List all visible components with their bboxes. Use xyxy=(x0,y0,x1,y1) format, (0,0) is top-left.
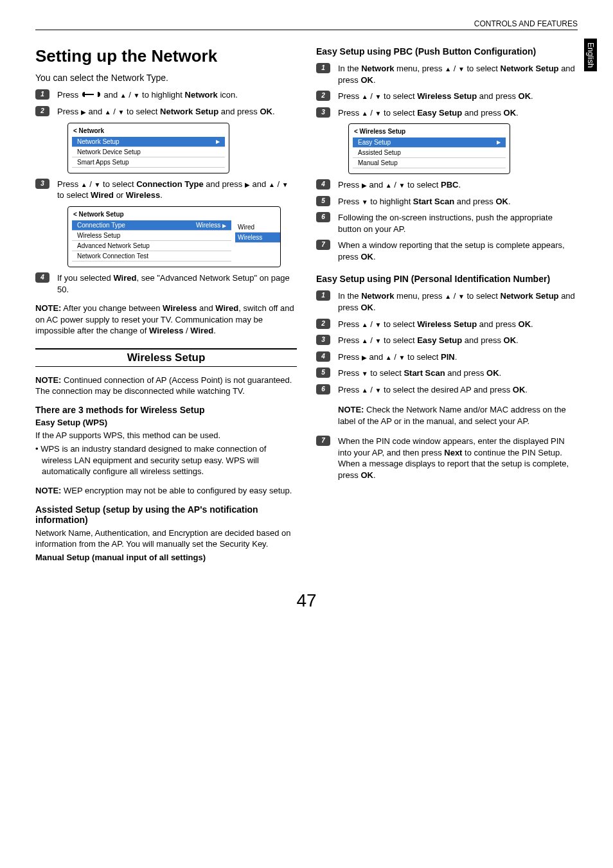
header-divider xyxy=(35,30,578,30)
down-arrow-icon xyxy=(94,179,101,189)
menu-row: Easy Setup▶ xyxy=(353,137,506,148)
menu-row: Wireless Setup xyxy=(72,231,231,241)
right-step: 1 In the Network menu, press / to select… xyxy=(316,290,578,313)
down-arrow-icon xyxy=(399,180,405,190)
down-arrow-icon xyxy=(375,335,382,345)
menu-title: < Network xyxy=(68,126,229,137)
left-step-1: 1 Press and / to highlight Network icon. xyxy=(35,89,297,101)
step-text: Following the on-screen instructions, pu… xyxy=(338,212,578,235)
step-badge: 3 xyxy=(316,335,330,345)
step-badge: 4 xyxy=(316,351,330,362)
up-arrow-icon xyxy=(445,64,451,73)
right-step: 3 Press / to select Easy Setup and press… xyxy=(316,335,578,346)
menu-wireless-setup: < Wireless Setup Easy Setup▶ Assisted Se… xyxy=(348,123,510,174)
right-step: 1 In the Network menu, press / to select… xyxy=(316,63,578,85)
step-badge: 2 xyxy=(35,106,49,116)
menu-options: Wired Wireless xyxy=(235,209,280,261)
left-step-2: 2 Press and / to select Network Setup an… xyxy=(35,106,297,118)
menu-option: Wired xyxy=(235,222,280,233)
up-arrow-icon xyxy=(445,291,451,301)
step-text: Press / to select Easy Setup and press O… xyxy=(338,335,578,346)
up-arrow-icon xyxy=(362,108,368,118)
right-step: 5 Press to highlight Start Scan and pres… xyxy=(316,196,578,208)
right-step: 6 Following the on-screen instructions, … xyxy=(316,212,578,235)
menu-title: < Wireless Setup xyxy=(349,127,510,137)
right-step: 4 Press and / to select PBC. xyxy=(316,179,578,191)
menu-row: Network Setup▶ xyxy=(72,137,225,147)
step-badge: 4 xyxy=(316,179,330,190)
intro-text: You can select the Network Type. xyxy=(35,73,297,83)
step-text: Press to highlight Start Scan and press … xyxy=(338,196,578,208)
step-badge: 5 xyxy=(316,368,330,378)
step-text: Press / to select Wireless Setup and pre… xyxy=(338,91,578,102)
step-badge: 7 xyxy=(316,240,330,250)
menu-option: Wireless xyxy=(235,233,280,243)
right-step: 7 When a window reporting that the setup… xyxy=(316,240,578,262)
step-badge: 1 xyxy=(316,290,330,301)
subheading: Assisted Setup (setup by using the AP's … xyxy=(35,504,297,525)
note-text: NOTE: Continued connection of AP (Access… xyxy=(35,375,297,397)
subheading: Easy Setup (WPS) xyxy=(35,418,297,427)
menu-network-setup: < Network Setup Connection TypeWireless … xyxy=(67,206,281,267)
language-tab: English xyxy=(584,39,597,71)
step-badge: 1 xyxy=(35,89,49,100)
step-text: When a window reporting that the setup i… xyxy=(338,240,578,262)
svg-rect-0 xyxy=(85,94,94,95)
down-arrow-icon xyxy=(282,179,289,189)
right-step: 5 Press to select Start Scan and press O… xyxy=(316,368,578,379)
right-arrow-icon xyxy=(81,107,86,116)
step-badge: 4 xyxy=(35,272,49,283)
step-text: Press / to select the desired AP and pre… xyxy=(338,384,578,396)
menu-row: Advanced Network Setup xyxy=(72,241,231,251)
step-badge: 3 xyxy=(35,179,49,189)
note-text: NOTE: Check the Network Name and/or MAC … xyxy=(338,404,578,427)
step-badge: 1 xyxy=(316,63,330,73)
up-arrow-icon xyxy=(362,319,368,329)
down-arrow-icon xyxy=(362,197,368,206)
section-header: Wireless Setup xyxy=(35,348,297,367)
down-arrow-icon xyxy=(375,319,382,329)
right-column: Easy Setup using PBC (Push Button Config… xyxy=(316,46,578,565)
down-arrow-icon xyxy=(118,107,125,116)
up-arrow-icon xyxy=(120,90,127,100)
down-arrow-icon xyxy=(134,90,140,100)
left-step-3: 3 Press / to select Connection Type and … xyxy=(35,179,297,201)
step-text: When the PIN code window appears, enter … xyxy=(338,436,578,481)
down-arrow-icon xyxy=(375,385,382,394)
right-step: 3 Press / to select Easy Setup and press… xyxy=(316,107,578,119)
right-arrow-icon xyxy=(362,180,367,190)
up-arrow-icon xyxy=(269,179,275,189)
page-title: Setting up the Network xyxy=(35,46,297,66)
up-arrow-icon xyxy=(362,335,368,345)
step-text: If you selected Wired, see "Advanced Net… xyxy=(57,272,297,295)
menu-row: Manual Setup xyxy=(353,158,506,168)
step-text: Press and / to select Network Setup and … xyxy=(57,106,297,118)
step-badge: 7 xyxy=(316,436,330,446)
subheading: Manual Setup (manual input of all settin… xyxy=(35,553,297,562)
right-arrow-icon xyxy=(362,352,367,362)
step-badge: 6 xyxy=(316,212,330,222)
down-arrow-icon xyxy=(458,64,465,73)
right-step: 4 Press and / to select PIN. xyxy=(316,351,578,363)
menu-row: Assisted Setup xyxy=(353,148,506,158)
down-arrow-icon xyxy=(375,91,382,101)
step-badge: 2 xyxy=(316,319,330,329)
up-arrow-icon xyxy=(362,385,368,394)
right-step: 2 Press / to select Wireless Setup and p… xyxy=(316,91,578,102)
menu-row: Network Device Setup xyxy=(72,147,225,157)
step-text: Press / to select Wireless Setup and pre… xyxy=(338,319,578,330)
down-arrow-icon xyxy=(458,291,465,301)
step-text: In the Network menu, press / to select N… xyxy=(338,290,578,313)
step-badge: 2 xyxy=(316,91,330,101)
step-text: Press to select Start Scan and press OK. xyxy=(338,368,578,379)
note-text: NOTE: WEP encryption may not be able to … xyxy=(35,485,297,497)
right-step: 2 Press / to select Wireless Setup and p… xyxy=(316,319,578,330)
paragraph: Network Name, Authentication, and Encryp… xyxy=(35,527,297,550)
right-arrow-icon: ▶ xyxy=(497,139,501,145)
step-text: In the Network menu, press / to select N… xyxy=(338,63,578,85)
step-text: Press and / to select PBC. xyxy=(338,179,578,191)
menu-title: < Network Setup xyxy=(68,209,235,220)
left-step-4: 4 If you selected Wired, see "Advanced N… xyxy=(35,272,297,295)
step-badge: 3 xyxy=(316,107,330,118)
left-column: Setting up the Network You can select th… xyxy=(35,46,297,565)
